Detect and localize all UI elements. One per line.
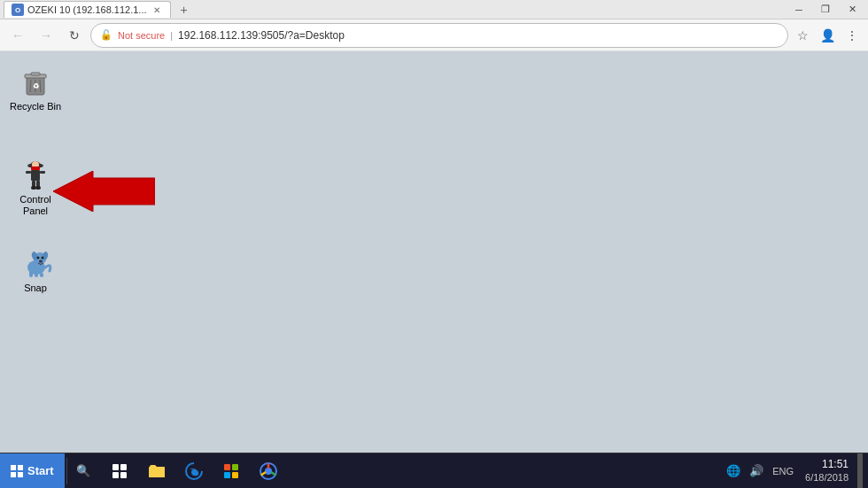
chrome-app[interactable] [250, 453, 287, 489]
svg-point-44 [265, 468, 272, 475]
clock-date: 6/18/2018 [805, 471, 849, 484]
clock-time: 11:51 [822, 458, 849, 472]
svg-rect-34 [112, 464, 119, 470]
taskbar-search[interactable]: 🔍 [69, 453, 97, 489]
control-panel-label: Control Panel [8, 194, 63, 217]
nav-bar: ← → ↻ 🔓 Not secure | ☆ 👤 ⋮ [0, 19, 868, 51]
taskbar: Start 🔍 [0, 453, 868, 488]
restore-button[interactable]: ❐ [813, 2, 838, 18]
svg-rect-12 [31, 167, 40, 170]
language-label[interactable]: ENG [770, 466, 796, 476]
svg-rect-13 [31, 170, 40, 181]
edge-icon [185, 462, 203, 480]
chrome-icon [260, 462, 277, 480]
svg-rect-30 [11, 465, 16, 470]
svg-rect-29 [40, 273, 43, 277]
svg-rect-38 [149, 469, 165, 477]
bookmark-button[interactable]: ☆ [792, 25, 813, 46]
forward-button[interactable]: → [34, 23, 58, 48]
tab-title: OZEKI 10 (192.168.112.1... [27, 4, 147, 15]
svg-point-26 [39, 260, 43, 263]
svg-line-46 [260, 472, 265, 476]
taskbar-right: 🌐 🔊 ENG 11:51 6/18/2018 [718, 453, 868, 489]
new-tab-button[interactable]: + [174, 2, 194, 18]
address-separator: | [170, 30, 173, 41]
refresh-button[interactable]: ↻ [62, 23, 87, 48]
svg-marker-7 [53, 171, 155, 212]
title-bar: O OZEKI 10 (192.168.112.1... ✕ + ─ ❐ ✕ [0, 0, 868, 19]
svg-point-25 [42, 257, 44, 259]
taskview-app[interactable] [101, 453, 138, 489]
svg-rect-35 [120, 464, 127, 470]
clock[interactable]: 11:51 6/18/2018 [800, 458, 854, 484]
minimize-button[interactable]: ─ [787, 2, 811, 18]
svg-point-24 [37, 257, 40, 259]
start-button[interactable]: Start [0, 453, 65, 489]
store-icon [223, 463, 239, 479]
snap-image [18, 245, 53, 281]
not-secure-label: Not secure [118, 30, 165, 41]
svg-text:♻: ♻ [33, 82, 39, 90]
browser-tab[interactable]: O OZEKI 10 (192.168.112.1... ✕ [4, 1, 171, 18]
recycle-bin-label: Recycle Bin [10, 101, 61, 112]
svg-rect-39 [224, 464, 230, 470]
svg-rect-37 [120, 472, 127, 478]
back-button[interactable]: ← [5, 23, 30, 48]
security-icon: 🔓 [100, 29, 112, 41]
snap-label: Snap [24, 283, 47, 294]
file-explorer-app[interactable] [138, 453, 175, 489]
volume-icon[interactable]: 🔊 [747, 464, 766, 477]
svg-rect-2 [31, 73, 40, 75]
network-icon[interactable]: 🌐 [724, 464, 743, 477]
folder-icon [148, 463, 166, 479]
taskbar-divider [66, 458, 67, 484]
snap-icon[interactable]: Snap [4, 242, 66, 298]
url-input[interactable] [178, 29, 779, 42]
red-arrow [53, 171, 155, 212]
svg-rect-31 [18, 465, 23, 470]
nav-icons-right: ☆ 👤 ⋮ [792, 25, 863, 46]
title-bar-left: O OZEKI 10 (192.168.112.1... ✕ + [4, 1, 194, 18]
svg-rect-33 [18, 472, 23, 477]
svg-rect-36 [112, 472, 119, 478]
start-label: Start [27, 464, 54, 477]
svg-rect-14 [26, 171, 31, 174]
tab-favicon: O [12, 4, 24, 16]
show-desktop-button[interactable] [857, 453, 863, 489]
edge-app[interactable] [175, 453, 213, 489]
svg-rect-41 [224, 472, 230, 478]
svg-rect-40 [232, 464, 238, 470]
start-icon [11, 465, 23, 477]
close-button[interactable]: ✕ [840, 2, 864, 18]
svg-rect-32 [11, 472, 16, 477]
control-panel-icon[interactable]: Control Panel [4, 153, 66, 221]
taskview-icon [112, 463, 128, 479]
taskbar-apps [97, 453, 291, 489]
menu-button[interactable]: ⋮ [841, 25, 863, 46]
window-controls: ─ ❐ ✕ [787, 2, 864, 18]
search-icon: 🔍 [76, 464, 90, 477]
tab-close-button[interactable]: ✕ [151, 4, 163, 16]
svg-rect-27 [29, 271, 33, 277]
svg-point-19 [35, 186, 41, 190]
remote-desktop: ♻ Recycle Bin [0, 51, 868, 453]
svg-rect-28 [35, 273, 38, 277]
address-bar[interactable]: 🔓 Not secure | [90, 23, 788, 48]
store-app[interactable] [213, 453, 250, 489]
svg-rect-42 [232, 472, 238, 478]
recycle-bin-image: ♻ [18, 64, 53, 99]
control-panel-image [18, 157, 53, 192]
svg-line-47 [271, 472, 275, 476]
svg-rect-15 [40, 171, 45, 174]
browser-window: O OZEKI 10 (192.168.112.1... ✕ + ─ ❐ ✕ ←… [0, 0, 868, 488]
profile-button[interactable]: 👤 [817, 25, 838, 46]
recycle-bin-icon[interactable]: ♻ Recycle Bin [4, 60, 66, 116]
